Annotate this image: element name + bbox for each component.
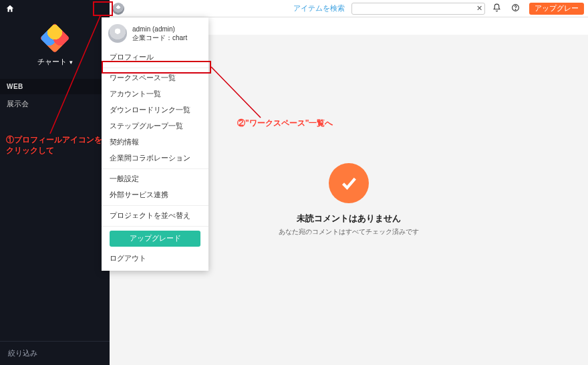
workspace-name: チャート bbox=[37, 57, 67, 67]
clear-search-icon[interactable]: ✕ bbox=[476, 4, 482, 13]
sidebar: チャート ▾ WEB 展示会 絞り込み bbox=[0, 0, 110, 365]
menu-separator bbox=[102, 226, 208, 227]
menu-collaboration[interactable]: 企業間コラボレーション bbox=[102, 150, 208, 166]
menu-reorder-projects[interactable]: プロジェクトを並べ替え bbox=[102, 208, 208, 224]
dropdown-header: admin (admin) 企業コード：chart bbox=[102, 17, 208, 49]
workspace-switcher[interactable]: チャート ▾ bbox=[0, 57, 110, 67]
help-icon[interactable] bbox=[510, 3, 521, 14]
dropdown-company: 企業コード：chart bbox=[132, 33, 187, 42]
profile-avatar-icon[interactable] bbox=[112, 3, 124, 15]
sidebar-item-exhibition[interactable]: 展示会 bbox=[0, 94, 110, 114]
sidebar-section-web: WEB bbox=[0, 79, 110, 94]
menu-download-links[interactable]: ダウンロードリンク一覧 bbox=[102, 102, 208, 118]
dropdown-user-info: admin (admin) 企業コード：chart bbox=[132, 25, 187, 42]
menu-upgrade-button[interactable]: アップグレード bbox=[110, 231, 200, 247]
search-input[interactable] bbox=[351, 3, 485, 15]
check-icon bbox=[329, 163, 369, 203]
chevron-down-icon: ▾ bbox=[69, 59, 73, 66]
search-wrapper: ✕ bbox=[351, 3, 485, 15]
sidebar-filter[interactable]: 絞り込み bbox=[0, 341, 110, 365]
sidebar-top bbox=[0, 0, 110, 19]
menu-separator bbox=[102, 68, 208, 68]
menu-account-list[interactable]: アカウント一覧 bbox=[102, 86, 208, 102]
menu-logout[interactable]: ログアウト bbox=[102, 251, 208, 267]
annotation-step1: ①プロフィールアイコンを クリックして bbox=[6, 134, 102, 156]
topbar: アイテムを検索 ✕ アップグレー bbox=[110, 0, 588, 17]
menu-workspace-list[interactable]: ワークスペース一覧 bbox=[102, 70, 208, 86]
menu-profile[interactable]: プロフィール bbox=[102, 49, 208, 66]
dropdown-username: admin (admin) bbox=[132, 25, 187, 33]
bell-icon[interactable] bbox=[491, 3, 502, 14]
annotation-step2: ②"ワークスペース"一覧へ bbox=[237, 118, 333, 129]
home-icon[interactable] bbox=[5, 4, 15, 15]
upgrade-button-top[interactable]: アップグレー bbox=[529, 3, 584, 15]
svg-point-3 bbox=[515, 9, 516, 9]
menu-external-services[interactable]: 外部サービス連携 bbox=[102, 187, 208, 203]
menu-separator bbox=[102, 168, 208, 169]
workspace-logo bbox=[0, 27, 110, 49]
avatar-icon bbox=[108, 24, 127, 43]
profile-dropdown: admin (admin) 企業コード：chart プロフィール ワークスペース… bbox=[102, 17, 208, 271]
empty-subtitle: あなた宛のコメントはすべてチェック済みです bbox=[279, 227, 419, 237]
menu-separator bbox=[102, 205, 208, 206]
app-root: チャート ▾ WEB 展示会 絞り込み アイテムを検索 ✕ bbox=[0, 0, 588, 365]
menu-contract[interactable]: 契約情報 bbox=[102, 134, 208, 150]
menu-step-groups[interactable]: ステップグループ一覧 bbox=[102, 118, 208, 134]
logo-icon bbox=[39, 23, 69, 53]
menu-general-settings[interactable]: 一般設定 bbox=[102, 171, 208, 187]
search-label: アイテムを検索 bbox=[293, 3, 345, 13]
empty-title: 未読コメントはありません bbox=[297, 213, 401, 225]
